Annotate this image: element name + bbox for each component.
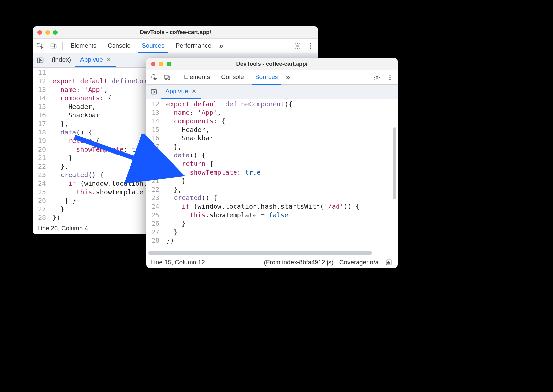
svg-point-12 [389, 74, 391, 76]
divider [62, 42, 63, 50]
tab-performance[interactable]: Performance [173, 39, 215, 53]
minimize-window-button[interactable] [159, 62, 163, 66]
code-editor[interactable]: 1213141516171819202122232425262728 expor… [146, 99, 398, 256]
cursor-position: Line 15, Column 12 [151, 259, 205, 266]
close-tab-icon[interactable]: ✕ [192, 88, 196, 95]
file-tab-app-vue[interactable]: App.vue ✕ [75, 53, 116, 67]
source-map-link[interactable]: index-8bfa4912.js [282, 259, 331, 266]
select-element-icon[interactable] [36, 42, 45, 50]
svg-point-4 [310, 43, 311, 44]
tab-console[interactable]: Console [104, 39, 134, 53]
navigator-toggle-icon[interactable] [149, 85, 161, 99]
more-panels-icon[interactable]: » [286, 73, 289, 82]
traffic-lights [151, 62, 171, 66]
file-tab-app-vue[interactable]: App.vue ✕ [161, 85, 201, 99]
close-tab-icon[interactable]: ✕ [106, 56, 111, 63]
line-number-gutter: 1213141516171819202122232425262728 [146, 99, 163, 256]
scrollbar-vertical[interactable] [393, 101, 396, 254]
code-content[interactable]: export default defineComponent({ name: '… [163, 99, 362, 256]
more-panels-icon[interactable]: » [219, 42, 222, 50]
svg-point-14 [389, 79, 391, 80]
window-title: DevTools - coffee-cart.app/ [146, 61, 398, 67]
settings-gear-icon[interactable] [293, 42, 302, 50]
window-title: DevTools - coffee-cart.app/ [33, 29, 318, 36]
device-toolbar-icon[interactable] [49, 42, 58, 50]
tab-sources[interactable]: Sources [138, 39, 168, 53]
divider [176, 73, 176, 82]
device-toolbar-icon[interactable] [163, 73, 171, 82]
zoom-window-button[interactable] [53, 30, 58, 35]
kebab-menu-icon[interactable] [386, 73, 394, 82]
file-tab-label: App.vue [165, 88, 188, 95]
navigator-toggle-icon[interactable] [35, 53, 47, 67]
close-window-button[interactable] [37, 30, 42, 35]
file-tabbar: App.vue ✕ [146, 85, 398, 99]
titlebar[interactable]: DevTools - coffee-cart.app/ [33, 26, 318, 39]
zoom-window-button[interactable] [167, 62, 171, 66]
svg-point-6 [310, 47, 311, 49]
close-window-button[interactable] [151, 62, 155, 66]
panels-tabbar: Elements Console Sources Performance » [33, 39, 318, 53]
statusbar: Line 15, Column 12 (From index-8bfa4912.… [146, 256, 398, 268]
devtools-window-2: DevTools - coffee-cart.app/ Elements Con… [146, 58, 398, 268]
scroll-thumb[interactable] [148, 251, 372, 255]
svg-point-3 [297, 45, 298, 47]
file-tab-label: App.vue [80, 56, 103, 63]
tab-sources[interactable]: Sources [252, 70, 281, 85]
scrollbar-horizontal[interactable] [148, 251, 392, 255]
line-number-gutter: 111213141516171819202122232425262728 [33, 68, 50, 222]
file-tab-index[interactable]: (index) [47, 53, 75, 67]
tab-elements[interactable]: Elements [67, 39, 100, 53]
svg-rect-10 [168, 76, 170, 79]
minimize-window-button[interactable] [45, 30, 50, 35]
settings-gear-icon[interactable] [373, 73, 381, 82]
scroll-thumb[interactable] [393, 127, 396, 199]
traffic-lights [37, 30, 58, 35]
select-element-icon[interactable] [150, 73, 158, 82]
svg-rect-2 [54, 45, 56, 48]
panels-tabbar: Elements Console Sources » [146, 70, 398, 85]
svg-point-5 [310, 45, 311, 47]
tab-elements[interactable]: Elements [181, 70, 213, 85]
cursor-position: Line 26, Column 4 [37, 225, 88, 232]
kebab-menu-icon[interactable] [306, 42, 315, 50]
coverage-status: Coverage: n/a [339, 259, 379, 266]
tab-console[interactable]: Console [218, 70, 247, 85]
svg-point-13 [389, 77, 391, 78]
titlebar[interactable]: DevTools - coffee-cart.app/ [146, 58, 398, 70]
source-map-from: (From index-8bfa4912.js) [264, 259, 333, 266]
file-tab-label: (index) [52, 56, 71, 63]
pretty-print-toggle-icon[interactable] [384, 258, 393, 267]
svg-point-11 [376, 76, 378, 78]
